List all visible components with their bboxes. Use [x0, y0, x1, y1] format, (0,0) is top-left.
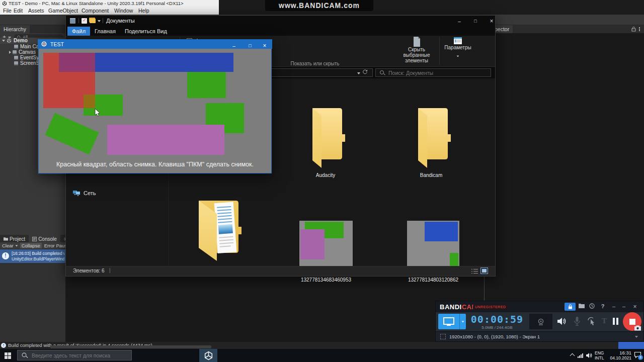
chevron-down-icon	[457, 55, 459, 57]
explorer-statusbar: Элементов: 6 |	[66, 266, 495, 276]
game-caption: Красный квадрат, область снимка. Клавиша…	[39, 161, 271, 168]
minimize-button[interactable]	[610, 303, 618, 309]
pause-button[interactable]	[613, 318, 619, 325]
file-item-audacity[interactable]: Audacity	[300, 105, 351, 182]
microphone-button[interactable]	[573, 316, 582, 326]
file-item-visual-studio[interactable]: Visual Studio 2019	[188, 197, 248, 277]
lock-icon[interactable]	[631, 27, 636, 32]
unity-icon	[204, 351, 213, 360]
refresh-button[interactable]	[362, 69, 368, 75]
hide-selected-button[interactable]: Скрыть выбранные элементы	[395, 37, 438, 63]
help-icon[interactable]	[599, 303, 607, 309]
file-label: 132778134683460953	[296, 277, 356, 283]
tab-file[interactable]: Файл	[67, 27, 90, 36]
file-item-screenshot-2[interactable]: 132778134803120862	[407, 221, 459, 286]
explorer-search-input[interactable]	[387, 69, 480, 76]
chevron-down-icon[interactable]	[635, 336, 638, 338]
info-icon: !	[2, 252, 9, 259]
console-tab[interactable]: Console	[29, 235, 60, 243]
notification-center-button[interactable]: 8	[634, 351, 642, 359]
history-icon[interactable]	[589, 303, 597, 309]
qat-new-item-icon[interactable]: ✓	[82, 18, 87, 24]
menu-window[interactable]: Window	[114, 8, 133, 14]
text-overlay-button[interactable]: T	[602, 316, 607, 325]
tab-home[interactable]: Главная	[90, 27, 120, 36]
gameobject-icon	[14, 45, 18, 49]
menu-gameobject[interactable]: GameObject	[48, 8, 78, 14]
sidebar-item-network[interactable]: Сеть	[73, 190, 96, 196]
watermark-text: www.BANDICAM.com	[279, 2, 360, 10]
address-chevron-icon[interactable]	[357, 72, 360, 74]
separator: |	[102, 18, 104, 23]
game-titlebar: TEST	[38, 39, 272, 49]
folder-icon	[301, 105, 350, 170]
mouse-effect-button[interactable]	[587, 316, 597, 326]
webcam-button[interactable]	[529, 314, 552, 329]
clock[interactable]: 16:31 04.10.2021	[606, 350, 631, 360]
open-folder-icon[interactable]	[579, 303, 587, 308]
view-thumbnails-icon[interactable]	[480, 267, 488, 274]
inspector-panel: Inspector	[484, 25, 644, 301]
file-label: Bandicam	[406, 172, 456, 178]
unity-window-title: TEST - Demo - PC, Mac & Linux Standalone…	[9, 1, 217, 6]
error-pause-button[interactable]: Error Pause	[44, 243, 65, 248]
screen-recording-mode-button[interactable]	[438, 314, 459, 329]
project-tab[interactable]: Project	[0, 235, 29, 243]
overlap-purple-rect	[59, 53, 95, 72]
gameobject-icon	[13, 50, 17, 54]
taskbar-search-box[interactable]	[17, 350, 132, 360]
menu-assets[interactable]: Assets	[28, 8, 44, 14]
tray-chevron-icon[interactable]	[571, 354, 575, 358]
region-checkbox-icon[interactable]	[440, 334, 446, 339]
screenshot-button[interactable]	[634, 325, 641, 331]
menu-component[interactable]: Component	[82, 8, 109, 14]
explorer-ribbon-tabs: Файл Главная Поделиться Вид	[66, 27, 495, 36]
desktop: TEST - Demo - PC, Mac & Linux Standalone…	[0, 0, 644, 362]
items-count: Элементов: 6	[73, 268, 105, 274]
language-indicator[interactable]: ENG INTL	[595, 350, 604, 360]
tray-network-icon[interactable]	[578, 353, 584, 358]
speaker-button[interactable]	[556, 316, 567, 326]
folder-docs-icon	[188, 197, 246, 263]
tab-view[interactable]: Вид	[152, 27, 172, 36]
microphone-icon	[573, 316, 582, 326]
expand-arrow-icon[interactable]	[2, 40, 5, 42]
network-icon	[73, 190, 80, 196]
qat-new-folder-icon[interactable]	[90, 19, 96, 23]
taskbar-unity-active-tile[interactable]	[199, 349, 217, 362]
chevron-down-icon[interactable]	[15, 245, 18, 246]
console-entry[interactable]: ! [16:26:03] Build completed with a resu…	[0, 249, 65, 263]
hierarchy-tab[interactable]: Hierarchy	[0, 25, 30, 33]
file-label: Audacity	[300, 172, 351, 178]
collapse-button[interactable]: Collapse	[20, 243, 42, 248]
clear-button[interactable]: Clear	[2, 243, 14, 248]
mode-dropdown-button[interactable]	[459, 314, 466, 329]
menu-file[interactable]: File	[3, 8, 12, 14]
start-button[interactable]	[0, 349, 15, 362]
lock-button[interactable]	[565, 303, 576, 311]
explorer-search-box[interactable]	[375, 68, 491, 77]
capture-target[interactable]: 1920x1080 - (0, 0), (1920, 1080) - Экран…	[449, 334, 625, 339]
menu-edit[interactable]: Edit	[14, 8, 23, 14]
expand-arrow-icon[interactable]	[9, 51, 11, 54]
tray-volume-icon[interactable]	[586, 352, 592, 358]
settings-tab[interactable]: Pr	[60, 235, 65, 243]
minimize-button[interactable]	[452, 16, 467, 27]
panel-divider[interactable]	[484, 277, 485, 301]
close-button[interactable]	[484, 16, 499, 27]
taskbar-search-input[interactable]	[31, 352, 126, 359]
qat-properties-icon[interactable]	[70, 18, 75, 24]
qat-chevron-icon[interactable]	[98, 20, 101, 22]
menu-help[interactable]: Help	[138, 8, 149, 14]
kebab-menu-icon[interactable]	[639, 27, 640, 28]
close-button[interactable]	[631, 303, 639, 310]
minimize-to-tray-button[interactable]	[620, 303, 628, 309]
search-icon	[380, 70, 384, 75]
file-item-bandicam[interactable]: Bandicam	[406, 105, 456, 182]
view-list-icon[interactable]	[471, 268, 478, 274]
bandicam-main: 00:00:59 5.0MB / 244.4GB T	[436, 312, 643, 331]
speaker-icon	[556, 316, 567, 326]
file-item-screenshot-1[interactable]: " сделать снимок. 132778134683460953	[299, 221, 353, 286]
maximize-button[interactable]	[468, 16, 483, 27]
options-button[interactable]: Параметры	[442, 37, 473, 59]
